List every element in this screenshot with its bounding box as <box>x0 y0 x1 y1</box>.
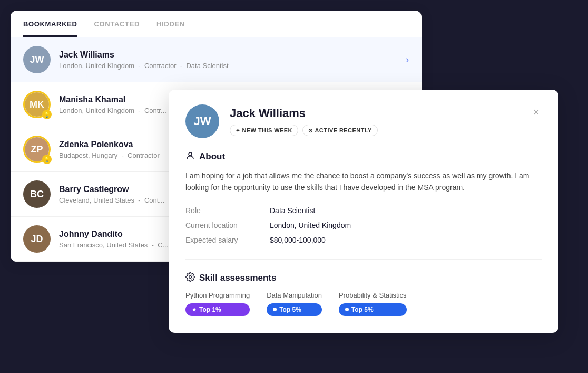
skill-badge-probability: Top 5% <box>339 303 407 316</box>
avatar-wrap: MK 💡 <box>23 91 51 118</box>
tab-contacted[interactable]: CONTACTED <box>94 11 140 37</box>
tab-hidden[interactable]: HIDDEN <box>156 11 185 37</box>
dot-icon <box>273 308 277 311</box>
skill-item-python: Python Programming ★ Top 1% <box>185 291 250 316</box>
skill-badge-label-data-manipulation: Top 5% <box>279 306 301 313</box>
field-label-role: Role <box>185 206 270 215</box>
field-label-location: Current location <box>185 221 270 229</box>
detail-panel: JW Jack Williams ✦ NEW THIS WEEK ⊙ ACTIV… <box>169 90 558 333</box>
skills-label: Skill assessments <box>199 273 276 283</box>
close-button[interactable]: × <box>531 104 542 120</box>
avatar-initials: JD <box>23 225 51 253</box>
skill-badge-label-python: Top 1% <box>199 306 221 313</box>
avatar: JW <box>23 46 51 73</box>
active-recently-badge: ⊙ ACTIVE RECENTLY <box>302 125 378 136</box>
field-value-location: London, United Kingdom <box>270 221 351 229</box>
about-text: I am hoping for a job that allows me the… <box>185 170 542 194</box>
about-label: About <box>199 151 225 162</box>
active-badge-label: ACTIVE RECENTLY <box>315 127 371 133</box>
skill-name-python: Python Programming <box>185 291 250 299</box>
about-section-title: About <box>185 151 542 162</box>
section-divider <box>185 259 542 260</box>
avatar: BC <box>23 180 51 208</box>
detail-header: JW Jack Williams ✦ NEW THIS WEEK ⊙ ACTIV… <box>185 104 542 138</box>
new-badge-icon: ✦ <box>236 128 240 133</box>
detail-avatar: JW <box>185 104 219 138</box>
badge-icon: 💡 <box>42 110 52 119</box>
tabs-bar: BOOKMARKED CONTACTED HIDDEN <box>11 11 422 37</box>
avatar-initials: JW <box>23 46 51 73</box>
detail-avatar-initials: JW <box>185 104 219 138</box>
candidate-meta: London, United Kingdom - Contractor - Da… <box>59 62 401 70</box>
field-label-salary: Expected salary <box>185 236 270 244</box>
tab-bookmarked[interactable]: BOOKMARKED <box>23 11 77 37</box>
avatar-wrap: ZP 💡 <box>23 136 51 163</box>
detail-name-badges: Jack Williams ✦ NEW THIS WEEK ⊙ ACTIVE R… <box>230 104 378 136</box>
candidate-info: Jack Williams London, United Kingdom - C… <box>59 50 401 70</box>
detail-fields: Role Data Scientist Current location Lon… <box>185 206 542 244</box>
badges-row: ✦ NEW THIS WEEK ⊙ ACTIVE RECENTLY <box>230 125 378 136</box>
chevron-right-icon: › <box>406 54 409 65</box>
field-row-location: Current location London, United Kingdom <box>185 221 542 229</box>
detail-name: Jack Williams <box>230 107 378 120</box>
dot-icon <box>345 308 349 311</box>
field-row-role: Role Data Scientist <box>185 206 542 215</box>
field-row-salary: Expected salary $80,000-100,000 <box>185 236 542 244</box>
skill-badge-data-manipulation: Top 5% <box>267 303 322 316</box>
skills-section-title: Skill assessments <box>185 272 542 284</box>
skill-name-probability: Probability & Statistics <box>339 291 407 299</box>
skills-section: Skill assessments Python Programming ★ T… <box>185 272 542 316</box>
avatar-wrap: JD <box>23 225 51 253</box>
table-row[interactable]: JW Jack Williams London, United Kingdom … <box>11 37 422 82</box>
star-icon: ★ <box>192 307 197 312</box>
avatar-initials: BC <box>23 180 51 208</box>
skill-badge-label-probability: Top 5% <box>351 306 374 313</box>
svg-point-1 <box>189 276 192 279</box>
person-icon <box>185 151 195 162</box>
gear-icon <box>185 272 195 284</box>
avatar: JD <box>23 225 51 253</box>
badge-icon: 💡 <box>42 155 52 164</box>
skill-item-probability: Probability & Statistics Top 5% <box>339 291 407 316</box>
avatar-wrap: JW <box>23 46 51 73</box>
candidate-name: Jack Williams <box>59 50 401 60</box>
svg-point-0 <box>189 152 192 156</box>
skill-badge-python: ★ Top 1% <box>185 303 250 316</box>
active-badge-icon: ⊙ <box>308 128 312 133</box>
skill-name-data-manipulation: Data Manipulation <box>267 291 322 299</box>
field-value-role: Data Scientist <box>270 206 315 215</box>
skill-item-data-manipulation: Data Manipulation Top 5% <box>267 291 322 316</box>
new-badge-label: NEW THIS WEEK <box>242 127 292 133</box>
avatar-wrap: BC <box>23 180 51 208</box>
field-value-salary: $80,000-100,000 <box>270 236 326 244</box>
new-this-week-badge: ✦ NEW THIS WEEK <box>230 125 298 136</box>
skills-row: Python Programming ★ Top 1% Data Manipul… <box>185 291 542 316</box>
